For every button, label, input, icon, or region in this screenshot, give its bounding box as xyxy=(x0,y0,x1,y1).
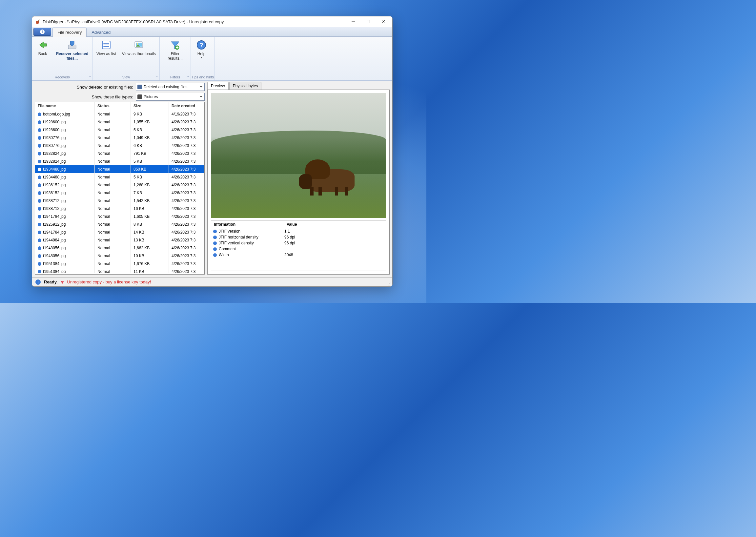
table-row[interactable]: f1928600.jpgNormal1,055 KB4/26/2023 7:3 xyxy=(35,118,204,126)
tab-advanced[interactable]: Advanced xyxy=(87,27,115,37)
deleted-filter-combo[interactable]: Deleted and existing files xyxy=(136,83,205,91)
preview-tab-bytes[interactable]: Physical bytes xyxy=(229,82,262,90)
preview-pane: Preview Physical bytes xyxy=(207,82,390,274)
ribbon-label-recovery: Recovery xyxy=(33,74,92,80)
file-icon xyxy=(38,128,41,132)
heart-icon: ♥ xyxy=(61,279,64,285)
info-col-value[interactable]: Value xyxy=(284,221,386,228)
info-icon: i xyxy=(40,29,45,34)
file-icon xyxy=(38,223,41,227)
maximize-button[interactable] xyxy=(361,17,376,27)
svg-point-12 xyxy=(103,45,104,45)
svg-rect-3 xyxy=(367,21,370,23)
list-icon xyxy=(101,40,111,50)
table-row[interactable]: t1938712.jpgNormal16 KB4/26/2023 7:3 xyxy=(35,205,204,213)
view-list-button[interactable]: View as list xyxy=(94,38,119,74)
file-icon xyxy=(38,215,41,219)
help-button[interactable]: ? Help ▾ xyxy=(191,38,211,74)
col-date[interactable]: Date created xyxy=(169,102,201,110)
titlebar[interactable]: DiskDigger - \\.\PhysicalDrive0 (WDC WD2… xyxy=(32,17,392,27)
deleted-filter-label: Show deleted or existing files: xyxy=(77,85,133,90)
table-row[interactable]: t1932824.jpgNormal5 KB4/26/2023 7:3 xyxy=(35,157,204,165)
resize-grip[interactable] xyxy=(387,281,392,286)
types-filter-combo[interactable]: Pictures xyxy=(136,93,205,101)
svg-point-23 xyxy=(389,283,390,284)
file-icon xyxy=(38,176,41,179)
back-button[interactable]: Back xyxy=(33,38,53,74)
window-title: DiskDigger - \\.\PhysicalDrive0 (WDC WD2… xyxy=(43,20,346,24)
unregistered-link[interactable]: Unregistered copy - buy a license key to… xyxy=(67,279,151,284)
filter-db-icon xyxy=(138,85,142,89)
help-icon: ? xyxy=(196,40,207,50)
grid-body[interactable]: bottomLogo.jpgNormal9 KB4/19/2023 7:3f19… xyxy=(35,110,204,273)
table-row[interactable]: f1936152.jpgNormal1,268 KB4/26/2023 7:3 xyxy=(35,181,204,189)
table-row[interactable]: f1951384.jpgNormal1,676 KB4/26/2023 7:3 xyxy=(35,260,204,268)
table-row[interactable]: f1934488.jpgNormal850 KB4/26/2023 7:3 xyxy=(35,165,204,173)
info-col-information[interactable]: Information xyxy=(211,221,284,228)
preview-image xyxy=(211,93,386,218)
close-button[interactable] xyxy=(376,17,391,27)
col-filename[interactable]: File name xyxy=(35,102,95,110)
col-size[interactable]: Size xyxy=(131,102,169,110)
file-icon xyxy=(38,191,41,195)
table-row[interactable]: f1941784.jpgNormal1,605 KB4/26/2023 7:3 xyxy=(35,213,204,221)
bullet-icon xyxy=(213,235,217,239)
table-row[interactable]: f1930776.jpgNormal1,049 KB4/26/2023 7:3 xyxy=(35,134,204,142)
content-area: Show deleted or existing files: Deleted … xyxy=(32,81,392,277)
table-row[interactable]: t1930776.jpgNormal6 KB4/26/2023 7:3 xyxy=(35,142,204,149)
svg-text:?: ? xyxy=(199,42,203,49)
ribbon-group-recovery: Back Recover selected files... Recovery xyxy=(32,37,93,80)
filter-results-button[interactable]: Filter results... xyxy=(160,38,190,74)
status-ready: Ready. xyxy=(44,279,58,284)
info-row[interactable]: JFIF vertical density96 dpi xyxy=(211,240,386,246)
file-icon xyxy=(38,254,41,258)
grid-header[interactable]: File name Status Size Date created xyxy=(35,102,204,110)
info-row[interactable]: JFIF version1.1 xyxy=(211,228,386,234)
svg-point-16 xyxy=(137,43,138,45)
file-icon xyxy=(38,262,41,266)
file-icon xyxy=(38,207,41,211)
ribbon-label-view: View xyxy=(94,74,159,80)
ribbon-label-tips: Tips and hints xyxy=(191,74,214,80)
preview-tab-preview[interactable]: Preview xyxy=(207,82,229,90)
bullet-icon xyxy=(213,247,217,251)
funnel-icon xyxy=(170,40,180,50)
svg-point-22 xyxy=(391,282,391,283)
status-info-icon: i xyxy=(35,279,41,285)
svg-point-24 xyxy=(391,283,391,284)
table-row[interactable]: bottomLogo.jpgNormal9 KB4/19/2023 7:3 xyxy=(35,110,204,118)
file-icon xyxy=(38,120,41,124)
col-status[interactable]: Status xyxy=(95,102,131,110)
table-row[interactable]: f1932824.jpgNormal791 KB4/26/2023 7:3 xyxy=(35,149,204,157)
info-row[interactable]: JFIF horizontal density96 dpi xyxy=(211,234,386,240)
table-row[interactable]: t1925912.jpgNormal8 KB4/26/2023 7:3 xyxy=(35,221,204,228)
table-row[interactable]: t1941784.jpgNormal14 KB4/26/2023 7:3 xyxy=(35,228,204,236)
svg-point-27 xyxy=(391,285,391,285)
file-icon xyxy=(38,246,41,250)
table-row[interactable]: f1938712.jpgNormal1,542 KB4/26/2023 7:3 xyxy=(35,197,204,205)
file-icon xyxy=(38,184,41,187)
app-icon xyxy=(35,19,41,24)
recover-files-button[interactable]: Recover selected files... xyxy=(53,38,92,74)
tab-file-recovery[interactable]: File recovery xyxy=(53,27,87,37)
table-row[interactable]: t1934488.jpgNormal5 KB4/26/2023 7:3 xyxy=(35,173,204,181)
table-row[interactable]: t1951384.jpgNormal11 KB4/26/2023 7:3 xyxy=(35,268,204,273)
info-grid[interactable]: Information Value JFIF version1.1JFIF ho… xyxy=(211,221,386,271)
info-row[interactable]: Width2048 xyxy=(211,252,386,258)
table-row[interactable]: t1944984.jpgNormal13 KB4/26/2023 7:3 xyxy=(35,236,204,244)
table-row[interactable]: t1928600.jpgNormal5 KB4/26/2023 7:3 xyxy=(35,126,204,134)
minimize-button[interactable] xyxy=(346,17,361,27)
file-icon xyxy=(38,144,41,147)
statusbar: i Ready. ♥ Unregistered copy - buy a lic… xyxy=(32,277,392,286)
table-row[interactable]: t1936152.jpgNormal7 KB4/26/2023 7:3 xyxy=(35,189,204,197)
ribbon-group-tips: ? Help ▾ Tips and hints xyxy=(191,37,215,80)
view-thumbnails-button[interactable]: View as thumbnails xyxy=(119,38,159,74)
table-row[interactable]: t1948056.jpgNormal10 KB4/26/2023 7:3 xyxy=(35,252,204,260)
info-row[interactable]: Comment... xyxy=(211,246,386,252)
back-arrow-icon xyxy=(37,40,48,50)
app-menu-button[interactable]: i xyxy=(33,28,51,36)
save-disk-icon xyxy=(67,40,77,50)
table-row[interactable]: f1948056.jpgNormal1,662 KB4/26/2023 7:3 xyxy=(35,244,204,252)
ribbon-label-filters: Filters xyxy=(160,74,190,80)
file-grid: File name Status Size Date created botto… xyxy=(35,102,205,274)
